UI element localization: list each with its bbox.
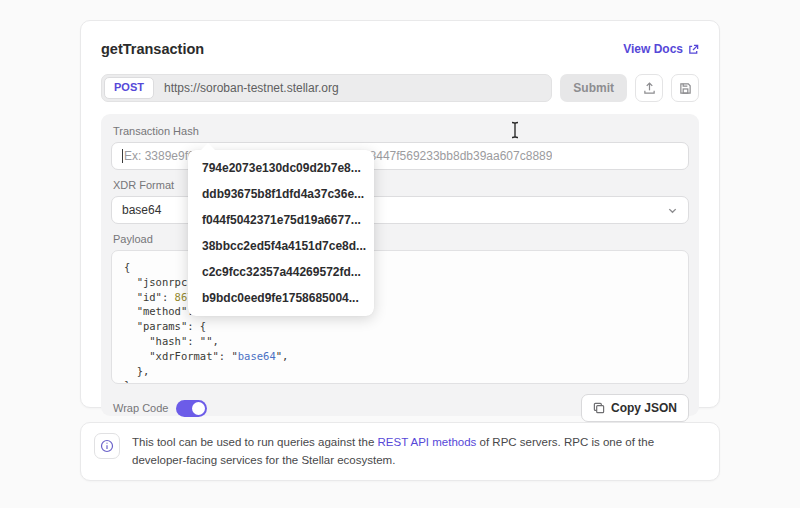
code-token: "hash": "", bbox=[124, 335, 219, 347]
hash-suggestion-item[interactable]: f044f5042371e75d19a6677... bbox=[188, 207, 374, 233]
code-token: "id": bbox=[124, 291, 175, 303]
save-icon bbox=[679, 82, 692, 95]
copy-icon bbox=[593, 402, 605, 414]
code-token: }, bbox=[124, 365, 149, 377]
code-line: "hash": "", bbox=[124, 334, 676, 349]
copy-json-button[interactable]: Copy JSON bbox=[581, 394, 689, 422]
code-token: "xdrFormat": " bbox=[124, 350, 238, 362]
view-docs-link[interactable]: View Docs bbox=[623, 42, 699, 56]
info-text-before: This tool can be used to run queries aga… bbox=[132, 436, 378, 448]
xdr-format-value: base64 bbox=[122, 203, 161, 217]
endpoint-url: https://soroban-testnet.stellar.org bbox=[164, 81, 339, 95]
text-caret bbox=[122, 149, 123, 163]
page-title: getTransaction bbox=[101, 41, 204, 57]
section-footer: Wrap Code Copy JSON bbox=[111, 394, 689, 422]
code-line: "xdrFormat": "base64", bbox=[124, 349, 676, 364]
hash-suggestion-item[interactable]: 38bbcc2ed5f4a4151d7ce8d... bbox=[188, 233, 374, 259]
wrap-code-toggle[interactable] bbox=[176, 400, 207, 417]
code-token: base64 bbox=[238, 350, 276, 362]
copy-json-label: Copy JSON bbox=[611, 401, 677, 415]
wrap-code-group: Wrap Code bbox=[113, 400, 207, 417]
view-docs-label: View Docs bbox=[623, 42, 683, 56]
code-token: ", bbox=[276, 350, 289, 362]
submit-button[interactable]: Submit bbox=[560, 74, 627, 102]
get-transaction-card: getTransaction View Docs POST https://so… bbox=[80, 20, 720, 408]
hash-suggestion-item[interactable]: c2c9fcc32357a44269572fd... bbox=[188, 259, 374, 285]
chevron-down-icon bbox=[667, 205, 678, 216]
endpoint-url-group[interactable]: POST https://soroban-testnet.stellar.org bbox=[101, 74, 552, 102]
hash-suggestions-dropdown: 794e2073e130dc09d2b7e8...ddb93675b8f1dfd… bbox=[188, 150, 374, 316]
transaction-hash-label: Transaction Hash bbox=[113, 125, 687, 137]
info-text: This tool can be used to run queries aga… bbox=[132, 433, 706, 470]
code-line: "params": { bbox=[124, 319, 676, 334]
method-badge: POST bbox=[104, 77, 154, 99]
request-bar: POST https://soroban-testnet.stellar.org… bbox=[101, 74, 699, 102]
upload-icon bbox=[643, 82, 656, 95]
rest-api-methods-link[interactable]: REST API methods bbox=[378, 436, 477, 448]
code-line: } bbox=[124, 378, 676, 384]
wrap-code-label: Wrap Code bbox=[113, 402, 168, 414]
code-token: { bbox=[124, 261, 130, 273]
toggle-knob bbox=[192, 402, 205, 415]
code-line: }, bbox=[124, 364, 676, 379]
share-button[interactable] bbox=[635, 74, 663, 102]
hash-suggestion-item[interactable]: b9bdc0eed9fe1758685004... bbox=[188, 285, 374, 311]
external-link-icon bbox=[688, 44, 699, 55]
save-button[interactable] bbox=[671, 74, 699, 102]
hash-suggestion-item[interactable]: ddb93675b8f1dfd4a37c36e... bbox=[188, 181, 374, 207]
mouse-cursor-ibeam bbox=[510, 121, 520, 143]
card-header: getTransaction View Docs bbox=[101, 36, 699, 62]
hash-suggestion-item[interactable]: 794e2073e130dc09d2b7e8... bbox=[188, 155, 374, 181]
info-card: This tool can be used to run queries aga… bbox=[80, 422, 720, 481]
code-token: "params": { bbox=[124, 320, 206, 332]
info-icon bbox=[94, 433, 120, 459]
code-token: } bbox=[124, 379, 130, 384]
